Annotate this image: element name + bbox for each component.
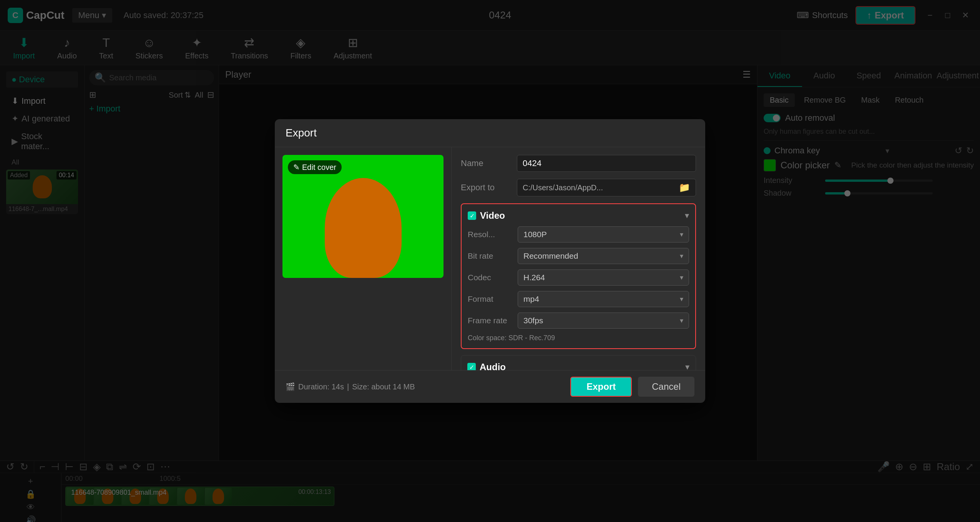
edit-cover-button[interactable]: ✎ Edit cover xyxy=(288,160,342,174)
video-section-header: ✓ Video ▾ xyxy=(468,210,689,221)
audio-section-header: ✓ Audio ▾ xyxy=(467,362,689,370)
modal-left-panel: ✎ Edit cover xyxy=(275,147,452,370)
audio-settings-section: ✓ Audio ▾ Format MP3 ▾ xyxy=(461,355,696,370)
export-to-label: Export to xyxy=(461,183,511,193)
codec-label: Codec xyxy=(468,273,518,282)
format-row: Format mp4 ▾ xyxy=(468,291,689,307)
resolution-label: Resol... xyxy=(468,230,518,239)
browse-folder-button[interactable]: 📁 xyxy=(679,182,690,193)
format-label: Format xyxy=(468,294,518,304)
export-path-value: C:/Users/Jason/AppD... xyxy=(523,183,603,192)
resolution-row: Resol... 1080P ▾ xyxy=(468,226,689,243)
export-path-field[interactable]: C:/Users/Jason/AppD... 📁 xyxy=(517,179,696,196)
name-row: Name xyxy=(461,155,696,172)
name-input[interactable] xyxy=(517,155,696,172)
video-expand-icon[interactable]: ▾ xyxy=(685,211,689,221)
size-text: Size: about 14 MB xyxy=(352,382,415,391)
modal-body: ✎ Edit cover Name Export to C:/Users xyxy=(275,147,705,370)
cancel-button[interactable]: Cancel xyxy=(638,377,694,397)
video-section-title: Video xyxy=(480,210,505,221)
bitrate-arrow-icon: ▾ xyxy=(680,252,683,260)
footer-info: 🎬 Duration: 14s | Size: about 14 MB xyxy=(286,382,415,391)
format-value: mp4 xyxy=(523,294,539,304)
modal-header: Export xyxy=(275,119,705,147)
modal-right-panel: Name Export to C:/Users/Jason/AppD... 📁 … xyxy=(452,147,705,370)
resolution-arrow-icon: ▾ xyxy=(680,230,683,239)
export-confirm-button[interactable]: Export xyxy=(570,377,632,397)
bitrate-row: Bit rate Recommended ▾ xyxy=(468,248,689,264)
separator: | xyxy=(347,382,349,391)
modal-overlay: Export ✎ Edit cover Name xyxy=(0,0,980,522)
framerate-arrow-icon: ▾ xyxy=(680,316,683,325)
modal-footer-actions: Export Cancel xyxy=(570,377,694,397)
bitrate-value: Recommended xyxy=(523,251,578,261)
modal-title: Export xyxy=(286,127,317,139)
cat-cover-figure xyxy=(325,178,402,278)
film-icon: 🎬 xyxy=(286,382,295,391)
edit-icon: ✎ xyxy=(293,163,300,172)
format-select[interactable]: mp4 ▾ xyxy=(518,291,689,307)
audio-expand-icon[interactable]: ▾ xyxy=(685,362,689,370)
color-space-note: Color space: SDR - Rec.709 xyxy=(468,334,689,342)
audio-checkbox[interactable]: ✓ xyxy=(467,363,476,370)
codec-value: H.264 xyxy=(523,273,545,282)
framerate-row: Frame rate 30fps ▾ xyxy=(468,313,689,329)
codec-select[interactable]: H.264 ▾ xyxy=(518,269,689,286)
codec-row: Codec H.264 ▾ xyxy=(468,269,689,286)
framerate-label: Frame rate xyxy=(468,316,518,325)
edit-cover-label: Edit cover xyxy=(302,163,336,172)
codec-arrow-icon: ▾ xyxy=(680,273,683,282)
framerate-value: 30fps xyxy=(523,316,543,325)
resolution-value: 1080P xyxy=(523,230,547,239)
export-to-row: Export to C:/Users/Jason/AppD... 📁 xyxy=(461,179,696,196)
video-checkbox[interactable]: ✓ xyxy=(468,211,476,220)
export-modal: Export ✎ Edit cover Name xyxy=(275,119,705,403)
bitrate-label: Bit rate xyxy=(468,251,518,261)
format-arrow-icon: ▾ xyxy=(680,295,683,303)
bitrate-select[interactable]: Recommended ▾ xyxy=(518,248,689,264)
cover-preview: ✎ Edit cover xyxy=(282,155,443,278)
modal-footer: 🎬 Duration: 14s | Size: about 14 MB Expo… xyxy=(275,370,705,403)
audio-section-title: Audio xyxy=(480,362,506,370)
duration-text: Duration: 14s xyxy=(298,382,344,391)
video-settings-section: ✓ Video ▾ Resol... 1080P ▾ Bit rate xyxy=(461,203,696,349)
resolution-select[interactable]: 1080P ▾ xyxy=(518,226,689,243)
framerate-select[interactable]: 30fps ▾ xyxy=(518,313,689,329)
name-label: Name xyxy=(461,158,511,168)
